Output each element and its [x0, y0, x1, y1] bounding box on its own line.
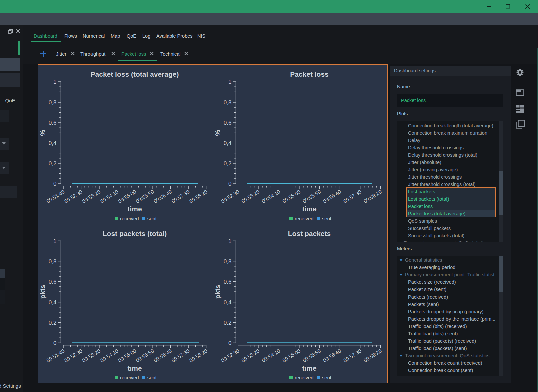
svg-text:09:51:40: 09:51:40 — [45, 348, 65, 363]
svg-text:09:57:30: 09:57:30 — [171, 348, 191, 363]
svg-text:09:54:10: 09:54:10 — [261, 348, 281, 363]
svg-text:09:55:00: 09:55:00 — [117, 189, 137, 204]
svg-text:0,4: 0,4 — [49, 299, 57, 306]
svg-text:09:57:30: 09:57:30 — [171, 189, 191, 204]
svg-text:0,2: 0,2 — [49, 320, 57, 326]
svg-text:0,2: 0,2 — [49, 160, 57, 167]
svg-text:09:58:20: 09:58:20 — [363, 189, 383, 204]
svg-text:09:54:10: 09:54:10 — [99, 189, 119, 204]
svg-text:09:52:30: 09:52:30 — [220, 348, 240, 363]
svg-text:09:53:20: 09:53:20 — [240, 189, 260, 204]
svg-text:09:56:40: 09:56:40 — [153, 189, 173, 204]
svg-text:Lost packets (total): Lost packets (total) — [103, 230, 167, 237]
svg-text:09:55:50: 09:55:50 — [302, 189, 322, 204]
svg-text:0: 0 — [53, 340, 56, 346]
svg-text:09:54:10: 09:54:10 — [99, 348, 119, 363]
svg-text:0,4: 0,4 — [224, 140, 232, 146]
svg-text:pkts: pkts — [39, 285, 46, 299]
svg-text:09:56:40: 09:56:40 — [153, 348, 173, 363]
svg-text:09:54:10: 09:54:10 — [261, 189, 281, 204]
svg-text:09:51:40: 09:51:40 — [45, 189, 65, 204]
svg-text:0: 0 — [228, 340, 231, 346]
svg-text:09:52:30: 09:52:30 — [63, 189, 83, 204]
svg-text:%: % — [39, 130, 46, 136]
svg-text:1: 1 — [228, 238, 231, 244]
svg-text:09:53:20: 09:53:20 — [81, 189, 101, 204]
svg-text:09:57:30: 09:57:30 — [342, 189, 362, 204]
svg-text:0: 0 — [228, 181, 231, 187]
svg-text:09:53:20: 09:53:20 — [81, 348, 101, 363]
svg-text:09:53:20: 09:53:20 — [240, 348, 260, 363]
svg-text:0,8: 0,8 — [224, 99, 232, 106]
svg-text:09:55:00: 09:55:00 — [281, 189, 301, 204]
svg-text:time: time — [302, 205, 316, 213]
svg-text:Packet loss (total average): Packet loss (total average) — [91, 70, 179, 78]
svg-text:time: time — [127, 205, 142, 213]
svg-text:1: 1 — [228, 79, 231, 85]
svg-text:time: time — [302, 364, 316, 372]
svg-text:09:58:20: 09:58:20 — [188, 348, 208, 363]
svg-text:0,6: 0,6 — [49, 120, 57, 126]
svg-text:0,2: 0,2 — [224, 320, 232, 326]
svg-text:09:56:40: 09:56:40 — [322, 348, 342, 363]
svg-text:%: % — [214, 130, 221, 136]
svg-text:time: time — [127, 364, 142, 372]
svg-text:09:58:20: 09:58:20 — [188, 189, 208, 204]
svg-text:1: 1 — [53, 79, 56, 85]
svg-text:0,6: 0,6 — [224, 279, 232, 285]
svg-text:09:52:30: 09:52:30 — [63, 348, 83, 363]
svg-text:09:58:20: 09:58:20 — [363, 348, 383, 363]
svg-text:09:55:50: 09:55:50 — [135, 189, 155, 204]
svg-text:0,8: 0,8 — [49, 99, 57, 106]
svg-text:Lost packets: Lost packets — [288, 230, 331, 237]
svg-text:09:55:00: 09:55:00 — [281, 348, 301, 363]
svg-text:0,6: 0,6 — [49, 279, 57, 285]
svg-text:1: 1 — [53, 238, 56, 244]
svg-text:0,6: 0,6 — [224, 120, 232, 126]
svg-text:09:55:50: 09:55:50 — [135, 348, 155, 363]
svg-text:0,8: 0,8 — [49, 258, 57, 265]
svg-text:0,8: 0,8 — [224, 258, 232, 265]
svg-text:0,4: 0,4 — [49, 140, 57, 146]
svg-text:09:57:30: 09:57:30 — [342, 348, 362, 363]
svg-text:0: 0 — [53, 181, 56, 187]
svg-text:09:56:40: 09:56:40 — [322, 189, 342, 204]
svg-text:Packet loss: Packet loss — [290, 70, 329, 78]
svg-text:09:52:30: 09:52:30 — [220, 189, 240, 204]
svg-text:0,2: 0,2 — [224, 160, 232, 167]
svg-text:09:55:00: 09:55:00 — [117, 348, 137, 363]
svg-text:0,4: 0,4 — [224, 299, 232, 306]
svg-text:09:55:50: 09:55:50 — [302, 348, 322, 363]
svg-text:pkts: pkts — [214, 285, 221, 299]
